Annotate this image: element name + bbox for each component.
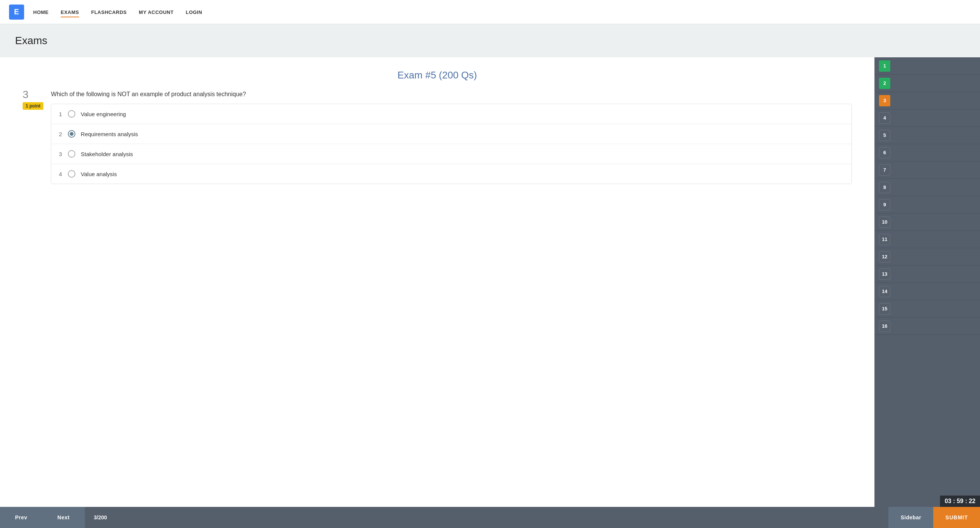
logo[interactable]: E: [9, 5, 24, 20]
sidebar-question-16[interactable]: 16: [875, 317, 980, 335]
page-title: Exams: [15, 35, 965, 47]
sidebar-question-13[interactable]: 13: [875, 265, 980, 283]
option-radio[interactable]: [68, 170, 75, 178]
question-counter: 3/200: [85, 514, 116, 520]
option-radio[interactable]: [68, 150, 75, 158]
option-radio[interactable]: [68, 110, 75, 118]
prev-button[interactable]: Prev: [0, 507, 42, 528]
nav-login[interactable]: LOGIN: [186, 9, 202, 16]
sidebar-num-badge: 2: [879, 78, 890, 89]
sidebar-num-badge: 16: [879, 321, 890, 332]
sidebar-num-badge: 8: [879, 182, 890, 193]
sidebar-question-8[interactable]: 8: [875, 179, 980, 196]
question-number-display: 3 1 point: [22, 89, 43, 184]
next-button[interactable]: Next: [42, 507, 84, 528]
sidebar-num-badge: 14: [879, 286, 890, 297]
sidebar-num-badge: 7: [879, 164, 890, 176]
sidebar-question-5[interactable]: 5: [875, 127, 980, 144]
option-text: Value analysis: [81, 171, 117, 177]
nav-exams[interactable]: EXAMS: [61, 9, 79, 16]
sidebar-num-badge: 6: [879, 147, 890, 158]
option-item-2[interactable]: 2Requirements analysis: [51, 124, 851, 144]
navbar: E HOME EXAMS FLASHCARDS MY ACCOUNT LOGIN: [0, 0, 980, 24]
sidebar-question-7[interactable]: 7: [875, 161, 980, 179]
option-number: 4: [59, 171, 68, 177]
nav-flashcards[interactable]: FLASHCARDS: [91, 9, 127, 16]
question-container: 3 1 point Which of the following is NOT …: [0, 89, 875, 507]
sidebar-question-15[interactable]: 15: [875, 300, 980, 317]
sidebar-question-6[interactable]: 6: [875, 144, 980, 161]
options-list: 1Value engineering2Requirements analysis…: [51, 104, 852, 184]
nav-my-account[interactable]: MY ACCOUNT: [139, 9, 173, 16]
bottom-bar: Prev Next 3/200 Sidebar SUBMIT: [0, 507, 980, 528]
sidebar-num-badge: 9: [879, 199, 890, 211]
timer: 03 : 59 : 22: [940, 496, 980, 507]
sidebar-question-14[interactable]: 14: [875, 283, 980, 300]
option-item-4[interactable]: 4Value analysis: [51, 164, 851, 183]
sidebar-num-badge: 13: [879, 268, 890, 280]
option-text: Requirements analysis: [81, 131, 138, 137]
option-number: 3: [59, 151, 68, 157]
option-item-1[interactable]: 1Value engineering: [51, 104, 851, 124]
sidebar-question-9[interactable]: 9: [875, 196, 980, 214]
option-text: Value engineering: [81, 111, 126, 117]
option-text: Stakeholder analysis: [81, 151, 133, 157]
sidebar-num-badge: 11: [879, 234, 890, 245]
option-radio[interactable]: [68, 130, 75, 138]
sidebar-num-badge: 3: [879, 95, 890, 106]
exam-title: Exam #5 (200 Qs): [0, 57, 875, 89]
main-layout: Exam #5 (200 Qs) 3 1 point Which of the …: [0, 57, 980, 507]
sidebar-question-12[interactable]: 12: [875, 248, 980, 265]
nav-my-account-link[interactable]: MY ACCOUNT: [139, 10, 173, 17]
nav-home-link[interactable]: HOME: [33, 10, 49, 17]
option-item-3[interactable]: 3Stakeholder analysis: [51, 144, 851, 164]
sidebar-question-4[interactable]: 4: [875, 109, 980, 127]
nav-home[interactable]: HOME: [33, 9, 49, 16]
nav-exams-link[interactable]: EXAMS: [61, 10, 79, 18]
nav-flashcards-link[interactable]: FLASHCARDS: [91, 10, 127, 17]
question-sidebar: 12345678910111213141516: [875, 57, 980, 507]
sidebar-question-10[interactable]: 10: [875, 214, 980, 231]
option-number: 2: [59, 131, 68, 137]
nav-links: HOME EXAMS FLASHCARDS MY ACCOUNT LOGIN: [33, 9, 202, 16]
points-badge: 1 point: [22, 102, 43, 110]
question-block: 3 1 point Which of the following is NOT …: [22, 89, 852, 184]
page-header: Exams: [0, 24, 980, 57]
sidebar-num-badge: 15: [879, 303, 890, 314]
question-content: Which of the following is NOT an example…: [51, 89, 852, 184]
sidebar-num-badge: 4: [879, 112, 890, 124]
sidebar-question-3[interactable]: 3: [875, 92, 980, 109]
sidebar-num-badge: 5: [879, 130, 890, 141]
nav-login-link[interactable]: LOGIN: [186, 10, 202, 17]
bottom-bar-wrapper: 03 : 59 : 22 Prev Next 3/200 Sidebar SUB…: [0, 507, 980, 528]
sidebar-num-badge: 12: [879, 251, 890, 263]
question-text: Which of the following is NOT an example…: [51, 91, 852, 98]
sidebar-num-badge: 10: [879, 217, 890, 228]
option-number: 1: [59, 111, 68, 117]
sidebar-toggle-button[interactable]: Sidebar: [888, 507, 933, 528]
content-area: Exam #5 (200 Qs) 3 1 point Which of the …: [0, 57, 875, 507]
sidebar-question-1[interactable]: 1: [875, 57, 980, 75]
sidebar-question-2[interactable]: 2: [875, 75, 980, 92]
sidebar-question-11[interactable]: 11: [875, 231, 980, 248]
submit-button[interactable]: SUBMIT: [933, 507, 980, 528]
sidebar-num-badge: 1: [879, 61, 890, 72]
